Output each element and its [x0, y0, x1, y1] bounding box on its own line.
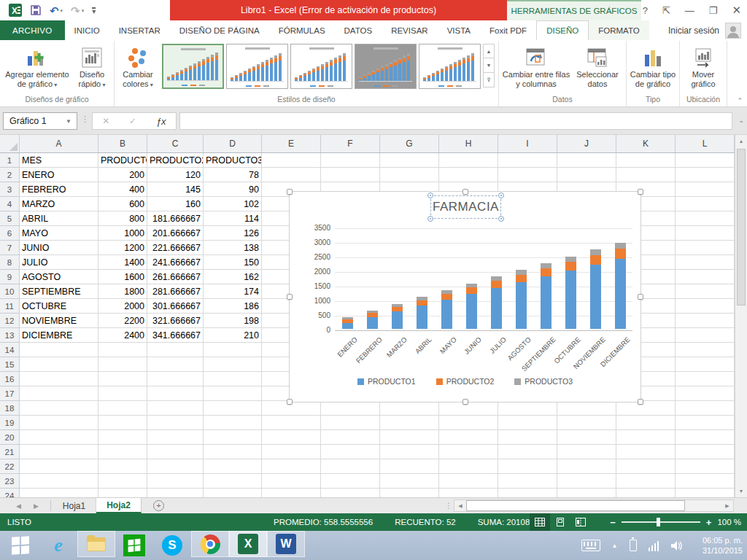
cell-A13[interactable]: DICIEMBRE — [20, 328, 98, 343]
cell-D14[interactable] — [204, 343, 262, 357]
cell-B2[interactable]: 200 — [98, 168, 147, 182]
cell-L13[interactable] — [676, 328, 735, 343]
row-header-9[interactable]: 9 — [0, 270, 20, 284]
cell-D24[interactable] — [204, 489, 262, 497]
tab-dise-o-de-p-gina[interactable]: DISEÑO DE PÁGINA — [170, 20, 269, 40]
cell-F2[interactable] — [321, 168, 380, 182]
zoom-slider[interactable] — [622, 521, 700, 523]
tab-formato[interactable]: FORMATO — [589, 20, 649, 40]
cell-E2[interactable] — [262, 168, 321, 182]
chart-legend[interactable]: PRODUCTO1PRODUCTO2PRODUCTO3 — [290, 377, 640, 386]
cell-D10[interactable]: 174 — [204, 284, 262, 299]
sign-in[interactable]: Iniciar sesión — [668, 20, 747, 40]
cell-A5[interactable]: ABRIL — [20, 211, 98, 226]
cell-A7[interactable]: JUNIO — [20, 241, 98, 255]
cell-A6[interactable]: MAYO — [20, 226, 98, 241]
row-header-7[interactable]: 7 — [0, 241, 20, 255]
cell-B14[interactable] — [98, 343, 147, 357]
row-header-5[interactable]: 5 — [0, 211, 20, 226]
cell-L24[interactable] — [676, 489, 735, 497]
name-box[interactable]: Gráfico 1 ▼ — [3, 112, 77, 130]
row-header-17[interactable]: 17 — [0, 386, 20, 401]
zoom-slider-thumb[interactable] — [657, 518, 660, 526]
new-sheet-button[interactable]: + — [153, 500, 164, 511]
cell-K18[interactable] — [616, 401, 676, 416]
row-header-15[interactable]: 15 — [0, 357, 20, 372]
cell-J21[interactable] — [557, 445, 616, 459]
cell-L10[interactable] — [676, 284, 735, 299]
column-header-H[interactable]: H — [439, 135, 498, 152]
minimize-button[interactable]: — — [685, 5, 694, 16]
bar-segment[interactable] — [367, 317, 378, 329]
cell-J1[interactable] — [557, 153, 616, 168]
cell-D15[interactable] — [204, 357, 262, 372]
cell-L17[interactable] — [676, 386, 735, 401]
cell-C10[interactable]: 281.666667 — [147, 284, 204, 299]
chart-bar-febrero[interactable] — [367, 311, 378, 329]
cell-C11[interactable]: 301.666667 — [147, 299, 204, 314]
scroll-down-icon[interactable]: ▼ — [735, 485, 747, 497]
add-chart-element-button[interactable]: Agregar elemento de gráfico — [2, 42, 72, 95]
cell-H22[interactable] — [439, 459, 498, 474]
cell-D12[interactable]: 198 — [204, 314, 262, 328]
cell-A4[interactable]: MARZO — [20, 197, 98, 211]
tab-insertar[interactable]: INSERTAR — [109, 20, 170, 40]
cell-A12[interactable]: NOVIEMBRE — [20, 314, 98, 328]
row-header-22[interactable]: 22 — [0, 459, 20, 474]
zoom-in-button[interactable]: + — [706, 517, 712, 528]
cell-B1[interactable]: PRODUCTO1 — [98, 153, 147, 168]
taskbar-clock[interactable]: 06:05 p. m. 31/10/2015 — [703, 535, 743, 556]
help-button[interactable]: ? — [643, 5, 648, 16]
cell-G2[interactable] — [380, 168, 439, 182]
undo-button[interactable]: ↶▾ — [50, 5, 63, 16]
cell-E23[interactable] — [262, 474, 321, 489]
cell-D13[interactable]: 210 — [204, 328, 262, 343]
cell-E21[interactable] — [262, 445, 321, 459]
cell-G1[interactable] — [380, 153, 439, 168]
select-data-button[interactable]: Seleccionar datos — [571, 42, 624, 95]
cell-B5[interactable]: 800 — [98, 211, 147, 226]
chart-resize-handle[interactable] — [287, 399, 293, 405]
title-handle-icon[interactable] — [498, 192, 504, 198]
cell-C6[interactable]: 201.666667 — [147, 226, 204, 241]
cell-D21[interactable] — [204, 445, 262, 459]
cell-J24[interactable] — [557, 489, 616, 497]
cell-B6[interactable]: 1000 — [98, 226, 147, 241]
cell-J23[interactable] — [557, 474, 616, 489]
cell-E24[interactable] — [262, 489, 321, 497]
row-header-23[interactable]: 23 — [0, 474, 20, 489]
cell-E1[interactable] — [262, 153, 321, 168]
cell-C1[interactable]: PRODUCTO2 — [147, 153, 204, 168]
cancel-icon[interactable]: ✕ — [102, 116, 109, 126]
tab-foxit-pdf[interactable]: Foxit PDF — [480, 20, 536, 40]
cell-C8[interactable]: 241.666667 — [147, 255, 204, 270]
cell-E22[interactable] — [262, 459, 321, 474]
formula-input[interactable] — [179, 112, 732, 130]
change-chart-type-button[interactable]: Cambiar tipo de gráfico — [629, 42, 677, 95]
cell-E19[interactable] — [262, 416, 321, 430]
insert-function-icon[interactable]: ƒx — [156, 116, 166, 127]
row-header-21[interactable]: 21 — [0, 445, 20, 459]
row-header-6[interactable]: 6 — [0, 226, 20, 241]
column-header-G[interactable]: G — [380, 135, 439, 152]
formula-bar-grip[interactable]: ⋮ — [81, 114, 88, 124]
cell-D8[interactable]: 150 — [204, 255, 262, 270]
bar-segment[interactable] — [541, 263, 551, 268]
cell-B9[interactable]: 1600 — [98, 270, 147, 284]
cell-H1[interactable] — [439, 153, 498, 168]
cell-C13[interactable]: 341.666667 — [147, 328, 204, 343]
chart-style-thumbnail[interactable] — [226, 44, 288, 89]
cell-E20[interactable] — [262, 430, 321, 445]
bar-segment[interactable] — [392, 311, 403, 329]
cell-J18[interactable] — [557, 401, 616, 416]
cell-C17[interactable] — [147, 386, 204, 401]
cell-G21[interactable] — [380, 445, 439, 459]
legend-item-producto2[interactable]: PRODUCTO2 — [436, 377, 495, 386]
cell-L6[interactable] — [676, 226, 735, 241]
cell-D6[interactable]: 126 — [204, 226, 262, 241]
taskbar-button-internet-explorer[interactable]: e — [39, 531, 77, 560]
chart-bar-octubre[interactable] — [565, 257, 576, 329]
bar-segment[interactable] — [466, 294, 477, 329]
column-header-C[interactable]: C — [147, 135, 204, 152]
cell-D3[interactable]: 90 — [204, 182, 262, 197]
